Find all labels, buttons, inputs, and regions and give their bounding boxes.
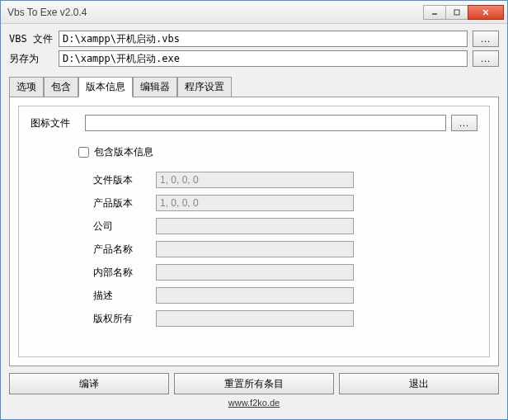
company-input <box>156 218 354 234</box>
product-version-label: 产品版本 <box>93 196 156 210</box>
product-version-row: 产品版本 <box>93 195 477 211</box>
saveas-label: 另存为 <box>9 52 59 66</box>
version-group: 图标文件 ... 包含版本信息 文件版本 产品版本 公司 <box>18 106 490 357</box>
vbs-file-row: VBS 文件 ... <box>9 31 499 47</box>
footer-link[interactable]: www.f2ko.de <box>228 398 280 408</box>
tab-version[interactable]: 版本信息 <box>78 77 133 97</box>
footer: www.f2ko.de <box>9 394 499 413</box>
product-name-row: 产品名称 <box>93 241 477 257</box>
copyright-row: 版权所有 <box>93 310 477 327</box>
minimize-icon <box>431 9 438 16</box>
icon-file-input[interactable] <box>85 115 446 131</box>
tab-program[interactable]: 程序设置 <box>177 77 232 97</box>
tab-editor[interactable]: 编辑器 <box>133 77 177 97</box>
main-window: Vbs To Exe v2.0.4 VBS 文件 ... 另存为 ... 选项 <box>0 0 508 420</box>
description-input <box>156 287 354 304</box>
saveas-row: 另存为 ... <box>9 50 499 67</box>
company-label: 公司 <box>93 219 156 234</box>
vbs-browse-button[interactable]: ... <box>473 31 499 47</box>
titlebar: Vbs To Exe v2.0.4 <box>1 1 507 24</box>
svg-rect-1 <box>454 10 459 15</box>
tab-panel-version: 图标文件 ... 包含版本信息 文件版本 产品版本 公司 <box>9 97 499 366</box>
file-version-row: 文件版本 <box>93 172 477 188</box>
description-label: 描述 <box>93 289 156 303</box>
internal-name-input <box>156 264 354 281</box>
include-version-row: 包含版本信息 <box>75 144 477 160</box>
reset-button[interactable]: 重置所有条目 <box>174 373 334 394</box>
icon-browse-button[interactable]: ... <box>451 115 477 131</box>
internal-name-row: 内部名称 <box>93 264 477 281</box>
icon-file-label: 图标文件 <box>31 116 85 130</box>
bottom-button-bar: 编译 重置所有条目 退出 <box>9 373 499 394</box>
product-version-input <box>156 195 354 211</box>
product-name-input <box>156 241 354 257</box>
vbs-file-label: VBS 文件 <box>9 32 59 46</box>
maximize-button[interactable] <box>445 5 468 20</box>
copyright-label: 版权所有 <box>93 312 156 326</box>
file-version-label: 文件版本 <box>93 173 156 187</box>
saveas-input[interactable] <box>59 50 468 67</box>
close-icon <box>482 8 490 17</box>
internal-name-label: 内部名称 <box>93 266 156 280</box>
close-button[interactable] <box>468 5 504 20</box>
tab-options[interactable]: 选项 <box>9 77 44 97</box>
file-version-input <box>156 172 354 188</box>
include-version-label: 包含版本信息 <box>94 145 153 159</box>
content-area: VBS 文件 ... 另存为 ... 选项 包含 版本信息 编辑器 程序设置 图… <box>1 24 507 419</box>
tab-include[interactable]: 包含 <box>44 77 78 97</box>
icon-file-row: 图标文件 ... <box>31 115 477 131</box>
include-version-checkbox[interactable] <box>78 147 89 158</box>
maximize-icon <box>454 9 460 16</box>
titlebar-buttons <box>424 5 504 20</box>
company-row: 公司 <box>93 218 477 234</box>
tab-bar: 选项 包含 版本信息 编辑器 程序设置 <box>9 77 499 97</box>
saveas-browse-button[interactable]: ... <box>473 50 499 67</box>
copyright-input <box>156 310 354 327</box>
compile-button[interactable]: 编译 <box>9 373 169 394</box>
exit-button[interactable]: 退出 <box>339 373 499 394</box>
description-row: 描述 <box>93 287 477 304</box>
vbs-file-input[interactable] <box>59 31 468 47</box>
window-title: Vbs To Exe v2.0.4 <box>7 7 424 18</box>
product-name-label: 产品名称 <box>93 243 156 257</box>
minimize-button[interactable] <box>423 5 446 20</box>
